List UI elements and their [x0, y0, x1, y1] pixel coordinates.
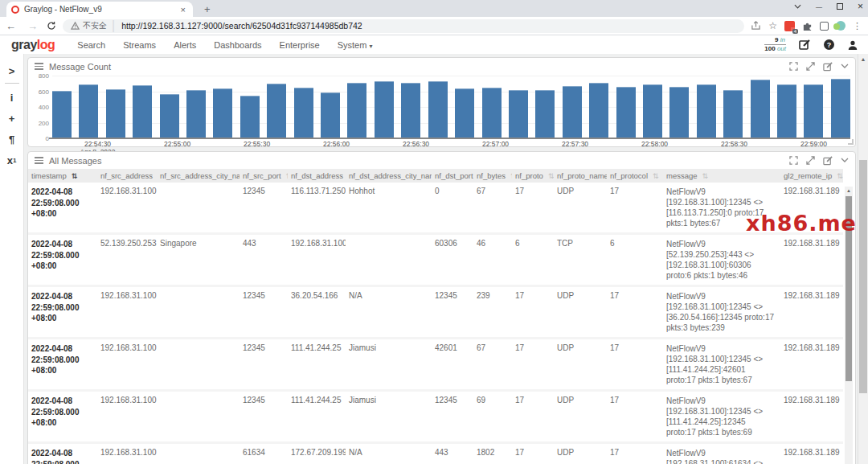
- edit-widget-icon[interactable]: [823, 156, 833, 166]
- column-header-nf_src_address[interactable]: nf_src_address⇅: [97, 169, 157, 183]
- histogram-bar: [669, 87, 689, 139]
- drag-handle-icon[interactable]: [35, 155, 43, 166]
- left-sidebar: >i+¶x1: [0, 54, 24, 464]
- y-axis-tick-label: 800: [39, 72, 49, 80]
- cell-nf_dst_address_city_name: Hohhot: [346, 183, 432, 234]
- forward-button[interactable]: →: [22, 20, 43, 32]
- back-button[interactable]: ←: [0, 20, 22, 32]
- cell-nf_dst_address: 111.41.244.25: [288, 339, 346, 391]
- extensions-puzzle-icon[interactable]: [802, 21, 813, 31]
- info-icon[interactable]: i: [10, 87, 14, 108]
- histogram-bar: [428, 81, 448, 139]
- edit-widget-icon[interactable]: [823, 62, 833, 72]
- column-header-nf_src_port[interactable]: nf_src_port⇅: [240, 169, 288, 183]
- column-header-nf_dst_port[interactable]: nf_dst_port⇅: [432, 169, 473, 183]
- message-row[interactable]: 2022-04-0822:59:08.000 +08:00192.168.31.…: [28, 339, 843, 391]
- sort-icon[interactable]: ⇅: [72, 172, 78, 180]
- create-icon[interactable]: +: [9, 108, 15, 129]
- window-maximize-button[interactable]: [837, 3, 843, 10]
- address-bar: ← → 不安全 | http://192.168.31.127:9000/sea…: [0, 17, 868, 35]
- cell-nf_src_port: 12345: [240, 183, 288, 234]
- new-tab-button[interactable]: +: [199, 3, 215, 17]
- fullscreen-widget-icon[interactable]: [806, 156, 815, 165]
- message-row[interactable]: 2022-04-0822:59:08.000 +08:00192.168.31.…: [28, 286, 843, 339]
- column-header-nf_bytes[interactable]: nf_bytes⇅: [473, 169, 512, 183]
- column-header-nf_protocol[interactable]: nf_protocol⇅: [607, 169, 663, 183]
- page-scrollbar-thumb[interactable]: [859, 160, 867, 393]
- cell-nf_proto_name: UDP: [554, 443, 607, 464]
- url-omnibox[interactable]: 不安全 | http://192.168.31.127:9000/search/…: [63, 19, 744, 33]
- fields-icon[interactable]: x1: [7, 150, 17, 170]
- x-axis-tick-label: 22:57:00: [482, 140, 509, 148]
- column-header-timestamp[interactable]: timestamp⇅: [28, 169, 97, 183]
- nav-item-search[interactable]: Search: [77, 40, 105, 50]
- x-axis-tick-label: 22:57:30: [562, 140, 588, 148]
- drag-handle-icon[interactable]: [35, 61, 43, 72]
- compose-edit-icon[interactable]: [799, 39, 811, 51]
- cell-nf_proto: 6: [512, 234, 554, 286]
- reload-button[interactable]: [47, 21, 56, 31]
- column-header-nf_src_address_city_name[interactable]: nf_src_address_city_name⇅: [157, 169, 240, 183]
- nav-caret-icon: ▾: [369, 43, 372, 50]
- column-header-gl2_remote_ip[interactable]: gl2_remote_ip⇅: [780, 169, 843, 183]
- nav-item-dashboards[interactable]: Dashboards: [214, 40, 261, 50]
- message-row[interactable]: 2022-04-0822:59:08.000 +08:0052.139.250.…: [28, 234, 843, 286]
- focus-widget-icon[interactable]: [789, 62, 798, 71]
- nav-item-system[interactable]: System▾: [338, 40, 373, 50]
- help-icon[interactable]: ?: [824, 39, 834, 50]
- profile-avatar-icon[interactable]: [836, 21, 845, 31]
- sidepanel-icon[interactable]: [820, 22, 829, 31]
- nav-item-alerts[interactable]: Alerts: [174, 40, 196, 50]
- widget-resize-handle[interactable]: [848, 139, 854, 145]
- graylog-logo[interactable]: graylog: [11, 38, 55, 52]
- cell-nf_dst_address_city_name: N/A: [346, 443, 432, 464]
- sort-icon[interactable]: ⇅: [286, 172, 288, 180]
- page-scrollbar[interactable]: ▲: [858, 54, 868, 464]
- sort-icon[interactable]: ⇅: [702, 172, 709, 180]
- column-header-message[interactable]: message⇅: [663, 169, 780, 183]
- fullscreen-widget-icon[interactable]: [806, 62, 815, 71]
- column-header-nf_dst_address[interactable]: nf_dst_address⇅: [288, 169, 346, 183]
- nav-item-enterprise[interactable]: Enterprise: [280, 40, 320, 50]
- expand-sidebar-icon[interactable]: >: [9, 60, 15, 81]
- nav-item-streams[interactable]: Streams: [123, 40, 156, 50]
- collapse-chevron-icon[interactable]: [841, 158, 849, 163]
- cell-timestamp: 2022-04-0822:59:08.000 +08:00: [28, 391, 97, 443]
- sort-icon[interactable]: ⇅: [548, 172, 554, 180]
- sort-icon[interactable]: ⇅: [510, 172, 512, 180]
- url-text[interactable]: http://192.168.31.127:9000/search/62504d…: [121, 21, 362, 31]
- focus-widget-icon[interactable]: [789, 156, 798, 165]
- histogram-bar: [240, 96, 260, 139]
- cell-nf_src_address: 192.168.31.100: [97, 339, 157, 391]
- share-icon[interactable]: [751, 21, 761, 31]
- collapse-chevron-icon[interactable]: [841, 64, 849, 69]
- not-secure-warning-icon[interactable]: [71, 22, 80, 30]
- cell-nf_src_port: 61634: [240, 443, 288, 464]
- chrome-menu-icon[interactable]: ⋮: [853, 21, 862, 31]
- cell-nf_protocol: 17: [607, 339, 663, 391]
- user-account-icon[interactable]: [847, 39, 858, 51]
- sort-icon[interactable]: ⇅: [837, 172, 843, 180]
- window-minimize-button[interactable]: —: [816, 3, 822, 10]
- column-header-nf_proto_name[interactable]: nf_proto_name⇅: [554, 169, 607, 183]
- bookmark-star-icon[interactable]: ☆: [768, 20, 777, 31]
- cell-nf_protocol: 6: [607, 234, 663, 286]
- cell-nf_src_address_city_name: Singapore: [157, 234, 240, 286]
- message-row[interactable]: 2022-04-0822:59:08.000 +08:00192.168.31.…: [28, 391, 843, 443]
- cell-nf_src_address: 192.168.31.100: [97, 286, 157, 339]
- tab-close-icon[interactable]: ×: [178, 5, 188, 14]
- message-row[interactable]: 2022-04-0822:59:08.000 +08:00192.168.31.…: [28, 183, 843, 234]
- column-header-nf_dst_address_city_name[interactable]: nf_dst_address_city_name⇅: [346, 169, 432, 183]
- cell-nf_dst_address: 116.113.71.250: [288, 183, 346, 234]
- adblock-extension-icon[interactable]: 4: [784, 21, 795, 31]
- message-row[interactable]: 2022-04-0822:59:08.000 +08:00192.168.31.…: [28, 443, 843, 464]
- window-close-button[interactable]: ×: [858, 1, 863, 12]
- not-secure-label[interactable]: 不安全: [83, 20, 107, 31]
- column-header-nf_proto[interactable]: nf_proto⇅: [512, 169, 554, 183]
- sort-icon[interactable]: ⇅: [653, 172, 659, 180]
- browser-tab[interactable]: Graylog - NetFlow_v9 ×: [6, 2, 193, 17]
- main-nav: SearchStreamsAlertsDashboardsEnterpriseS…: [77, 40, 372, 50]
- histogram-bar: [616, 87, 636, 139]
- chrome-profile-chevron-icon[interactable]: [794, 4, 801, 9]
- formatting-icon[interactable]: ¶: [9, 129, 14, 150]
